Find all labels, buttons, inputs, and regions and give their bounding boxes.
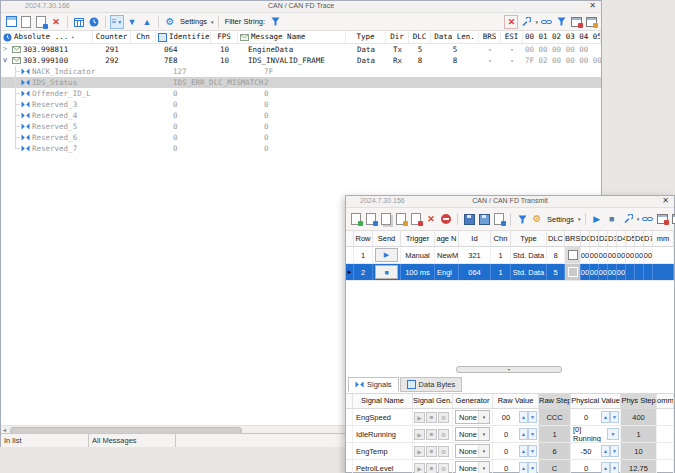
gen-start-button[interactable]: ▶ xyxy=(414,463,425,473)
delete-icon[interactable]: ✕ xyxy=(424,212,438,226)
dock-window-icon[interactable] xyxy=(670,212,675,226)
signal-row[interactable]: EngSpeed ▶■⚙ None▾ 00▲▼ CCC 0▲▼ 400 xyxy=(346,409,674,426)
raw-spinner[interactable]: ▲▼ xyxy=(519,462,537,473)
link-icon[interactable] xyxy=(640,212,654,226)
col-fps[interactable]: FPS xyxy=(211,31,238,43)
col-brs[interactable]: BRS xyxy=(479,31,501,43)
col-generator[interactable]: Generator xyxy=(453,394,493,408)
trace-signal-row[interactable]: Reserved_6 0 0 xyxy=(1,132,601,143)
col-d6[interactable]: D6 xyxy=(635,231,644,246)
tools-wrench-icon[interactable] xyxy=(519,15,533,29)
raw-value[interactable]: 0 xyxy=(493,430,519,439)
trace-signal-row[interactable]: NACK_Indicator 127 7F xyxy=(1,66,601,77)
col-type[interactable]: Type xyxy=(511,231,547,246)
col-absolute[interactable]: Absolute ... ▾ xyxy=(1,31,93,43)
detach-window-icon[interactable] xyxy=(655,212,669,226)
save-icon[interactable] xyxy=(462,212,476,226)
byte-cell[interactable]: 00 xyxy=(617,247,626,263)
gen-start-button[interactable]: ▶ xyxy=(414,429,425,440)
autoscroll-icon[interactable]: ≡▼ xyxy=(110,15,124,29)
raw-spinner[interactable]: ▲▼ xyxy=(519,428,537,440)
byte-cell[interactable]: 00 xyxy=(644,247,653,263)
col-dlc[interactable]: DLC xyxy=(409,31,431,43)
col-message-name[interactable]: Message Name xyxy=(238,31,346,43)
phys-spinner[interactable]: ▲▼ xyxy=(601,462,619,473)
col-d7[interactable]: D7 xyxy=(644,231,653,246)
comment-cell[interactable] xyxy=(657,460,674,473)
trace-signal-row[interactable]: Offender_ID_L 0 0 xyxy=(1,88,601,99)
trigger-cell[interactable]: 100 ms xyxy=(401,264,435,280)
trace-signal-row[interactable]: Reserved_5 0 0 xyxy=(1,121,601,132)
signal-row[interactable]: PetrolLevel ▶■⚙ None▾ 0▲▼ C 0▲▼ 12.75 xyxy=(346,460,674,473)
filter-settings-icon[interactable] xyxy=(554,15,568,29)
stop-button[interactable]: ■ xyxy=(375,265,398,279)
generator-select[interactable]: None▾ xyxy=(455,444,490,458)
col-dir[interactable]: Dir xyxy=(386,31,409,43)
detach-window-icon[interactable] xyxy=(569,15,583,29)
trace-signal-row-selected[interactable]: IDS_Status IDS_ERR_DLC_MISMATCH 2 xyxy=(1,77,601,88)
col-brs[interactable]: BRS xyxy=(565,231,581,246)
physical-value[interactable]: 0 xyxy=(571,413,601,422)
col-esi[interactable]: ESI xyxy=(501,31,523,43)
settings-gear-icon[interactable]: ⚙ xyxy=(163,15,177,29)
generator-select[interactable]: None▾ xyxy=(455,461,490,473)
physical-value[interactable]: 0 xyxy=(571,464,601,473)
col-bytes[interactable]: 00 01 02 03 04 05 xyxy=(523,31,601,43)
signal-row[interactable]: IdleRunning ▶■⚙ None▾ 0▲▼ 1 [0] Running▼… xyxy=(346,426,674,443)
comment-cell[interactable] xyxy=(657,426,674,442)
col-dlc[interactable]: DLC xyxy=(547,231,565,246)
col-counter[interactable]: Counter xyxy=(93,31,131,43)
gen-start-button[interactable]: ▶ xyxy=(414,412,425,423)
col-identifier[interactable]: Identifier xyxy=(156,31,211,43)
phys-spinner[interactable]: ▲▼ xyxy=(601,411,619,423)
copy-icon[interactable] xyxy=(379,212,393,226)
col-signal-gen[interactable]: Signal Gen. xyxy=(413,394,453,408)
filter-icon[interactable] xyxy=(515,212,529,226)
settings-button[interactable]: Settings xyxy=(180,17,207,26)
tab-signals[interactable]: Signals xyxy=(348,377,399,392)
col-trigger[interactable]: Trigger xyxy=(401,231,435,246)
disable-icon[interactable] xyxy=(439,212,453,226)
comment-cell[interactable] xyxy=(653,247,674,263)
col-d2[interactable]: D2 xyxy=(599,231,608,246)
gen-settings-button[interactable]: ⚙ xyxy=(438,446,449,457)
trigger-cell[interactable]: Manual xyxy=(401,247,435,263)
gen-stop-button[interactable]: ■ xyxy=(426,429,437,440)
byte-cell[interactable] xyxy=(635,264,644,280)
col-chn[interactable]: Chn xyxy=(131,31,156,43)
raw-value[interactable]: 0 xyxy=(493,447,519,456)
close-icon[interactable]: ✕ xyxy=(662,196,669,206)
save-list-icon[interactable] xyxy=(477,212,491,226)
scroll-down-icon[interactable]: ▼ xyxy=(125,15,139,29)
brs-checkbox[interactable] xyxy=(568,267,578,277)
col-type[interactable]: Type xyxy=(346,31,386,43)
dlc-cell[interactable]: 8 xyxy=(547,247,565,263)
col-d4[interactable]: D4 xyxy=(617,231,626,246)
col-physical-value[interactable]: Physical Value xyxy=(571,394,621,408)
collapse-chevron-icon[interactable]: v xyxy=(3,55,10,66)
byte-cell[interactable]: 00 xyxy=(617,264,626,280)
document-export-icon[interactable] xyxy=(34,15,48,29)
col-phys-step[interactable]: Phys Step xyxy=(621,394,657,408)
trace-row[interactable]: > 303.998811 291 064 10 EngineData Data … xyxy=(1,44,601,55)
byte-cell[interactable]: 00 xyxy=(608,247,617,263)
col-raw-value[interactable]: Raw Value xyxy=(493,394,539,408)
col-id[interactable]: Id xyxy=(459,231,491,246)
edit-icon[interactable] xyxy=(394,212,408,226)
col-d1[interactable]: D1 xyxy=(590,231,599,246)
col-d0[interactable]: D0 xyxy=(581,231,590,246)
byte-cell[interactable] xyxy=(626,264,635,280)
new-message-icon[interactable] xyxy=(349,212,363,226)
col-send[interactable]: Send xyxy=(373,231,401,246)
col-d5[interactable]: D5 xyxy=(626,231,635,246)
byte-cell[interactable]: 00 xyxy=(608,264,617,280)
col-data-len[interactable]: Data Len. xyxy=(431,31,479,43)
grid-time-icon[interactable] xyxy=(72,15,86,29)
gen-stop-button[interactable]: ■ xyxy=(426,446,437,457)
type-cell[interactable]: Std. Data xyxy=(511,264,547,280)
byte-cell[interactable]: 00 xyxy=(626,247,635,263)
value-dropdown-icon[interactable]: ▼ xyxy=(607,428,619,440)
link-icon[interactable] xyxy=(539,15,553,29)
close-icon[interactable]: ✕ xyxy=(589,1,596,11)
gen-settings-button[interactable]: ⚙ xyxy=(438,463,449,473)
